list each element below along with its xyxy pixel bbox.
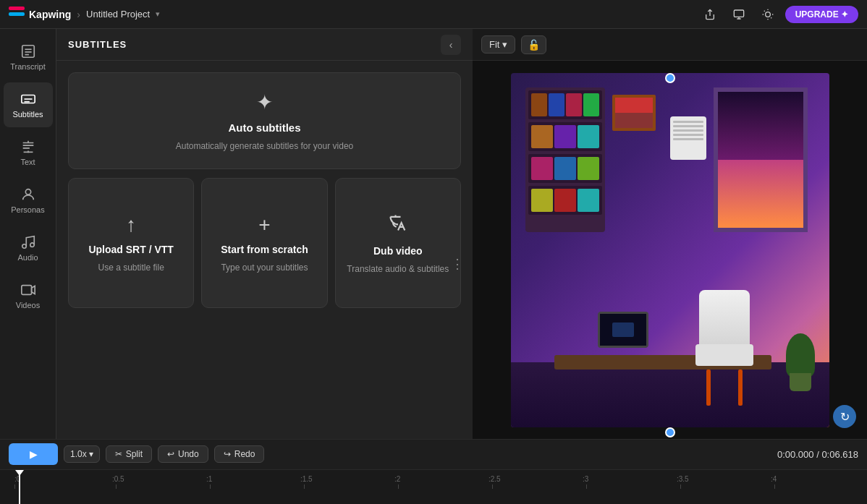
sidebar-item-text-label: Text [20, 158, 35, 166]
lock-button[interactable]: 🔓 [521, 35, 546, 54]
undo-icon: ↩ [167, 449, 174, 459]
icon-sidebar: Transcript Subtitles Text Person [0, 29, 56, 439]
dub-video-desc: Translate audio & subtitles [347, 264, 449, 274]
video-preview [511, 73, 829, 427]
speed-button[interactable]: 1.0x ▾ [64, 445, 100, 463]
ruler-mark-4: :2 [394, 475, 400, 483]
ruler-tick-5 [492, 484, 493, 489]
ruler-tick-0 [14, 484, 15, 489]
scratch-desc: Type out your subtitles [221, 262, 308, 273]
current-time: 0:00.000 [777, 449, 814, 460]
timeline-area: ▶ 1.0x ▾ ✂ Split ↩ Undo ↪ Redo 0:00.000 … [0, 439, 867, 504]
wall-calendar [670, 116, 706, 160]
sidebar-item-personas-label: Personas [11, 205, 44, 214]
video-canvas[interactable]: ↻ [473, 61, 867, 439]
refresh-button[interactable]: ↻ [833, 405, 856, 428]
sidebar-item-audio[interactable]: Audio [4, 226, 53, 270]
scratch-title: Start from scratch [221, 244, 308, 255]
personas-icon [20, 187, 36, 202]
undo-button[interactable]: ↩ Undo [158, 445, 208, 463]
video-toolbar: Fit ▾ 🔓 [473, 29, 867, 61]
project-title[interactable]: Untitled Project [86, 9, 150, 20]
text-icon [20, 139, 36, 155]
main-area: Transcript Subtitles Text Person [0, 29, 867, 439]
kapwing-logo [9, 7, 25, 22]
timeline-controls: ▶ 1.0x ▾ ✂ Split ↩ Undo ↪ Redo 0:00.000 … [0, 440, 867, 470]
total-time: 0:06.618 [821, 449, 858, 460]
dub-video-card[interactable]: Dub video Translate audio & subtitles [335, 178, 461, 308]
ruler-tick-4 [398, 484, 399, 489]
playhead-head [15, 470, 24, 476]
redo-button[interactable]: ↪ Redo [214, 445, 265, 463]
sidebar-item-subtitles-label: Subtitles [12, 110, 43, 119]
transcript-icon [20, 43, 36, 59]
scratch-card[interactable]: + Start from scratch Type out your subti… [201, 178, 327, 308]
fit-dropdown-button[interactable]: Fit ▾ [481, 35, 515, 54]
svg-rect-8 [22, 46, 34, 58]
ruler-tick-6 [586, 484, 587, 489]
svg-rect-0 [734, 10, 743, 17]
video-area: Fit ▾ 🔓 [473, 29, 867, 439]
upgrade-button[interactable]: UPGRADE ✦ [785, 6, 858, 23]
ruler-mark-7: :3.5 [677, 475, 689, 483]
redo-icon: ↪ [224, 449, 231, 459]
bookshelf [525, 87, 605, 232]
redo-label: Redo [234, 449, 255, 459]
sidebar-item-audio-label: Audio [17, 253, 38, 262]
sidebar-item-videos[interactable]: Videos [4, 273, 53, 318]
play-icon: ▶ [30, 448, 38, 460]
ruler-mark-8: :4 [771, 475, 777, 483]
split-button[interactable]: ✂ Split [106, 445, 152, 463]
logo-area: Kapwing [9, 7, 71, 22]
plus-icon: + [258, 213, 270, 236]
collapse-panel-button[interactable]: ‹ [441, 35, 461, 55]
sidebar-item-subtitles[interactable]: Subtitles [4, 82, 53, 127]
split-label: Split [126, 449, 143, 459]
project-dropdown-icon[interactable]: ▾ [156, 9, 160, 19]
monitor [598, 312, 648, 348]
sidebar-item-text[interactable]: Text [4, 130, 53, 175]
sidebar-item-personas[interactable]: Personas [4, 178, 53, 223]
topbar: Kapwing › Untitled Project ▾ UPGRADE ✦ [0, 0, 867, 29]
ruler-mark-5: :2.5 [489, 475, 501, 483]
ruler-tick-2 [210, 484, 211, 489]
sparkle-icon: ✦ [256, 90, 273, 114]
playhead[interactable] [19, 470, 20, 505]
split-icon: ✂ [115, 449, 122, 459]
picture-frame [612, 95, 656, 131]
sidebar-item-transcript-label: Transcript [10, 62, 46, 71]
resize-handle-bottom[interactable] [665, 427, 675, 437]
auto-subtitles-card[interactable]: ✦ Auto subtitles Automatically generate … [68, 72, 461, 169]
translate-icon [388, 213, 408, 238]
subtitles-icon [20, 91, 36, 107]
plant [786, 333, 815, 391]
ruler-tick-8 [774, 484, 775, 489]
svg-rect-19 [21, 286, 31, 295]
ruler-tick-3 [304, 484, 305, 489]
subtitles-panel-title: SUBTITLES [68, 39, 127, 50]
timeline-ruler[interactable]: :0 :0.5 :1 :1.5 :2 :2.5 :3 :3.5 :4 [0, 470, 867, 505]
share-button[interactable] [698, 3, 722, 26]
sidebar-item-transcript[interactable]: Transcript [4, 35, 53, 80]
upload-srt-title: Upload SRT / VTT [88, 244, 173, 255]
ruler-track: :0 :0.5 :1 :1.5 :2 :2.5 :3 :3.5 :4 [0, 474, 867, 484]
subtitles-panel: SUBTITLES ‹ ✦ Auto subtitles Automatical… [56, 29, 473, 439]
resize-handle-top[interactable] [665, 73, 675, 83]
ruler-mark-6: :3 [583, 475, 588, 483]
undo-label: Undo [178, 449, 199, 459]
svg-line-5 [771, 17, 771, 18]
upload-icon: ↑ [126, 213, 136, 236]
svg-point-1 [765, 12, 770, 17]
preview-button[interactable] [727, 3, 750, 26]
breadcrumb-sep: › [77, 9, 80, 20]
three-dots-menu-button[interactable]: ⋮ [448, 253, 467, 275]
cards-row: ↑ Upload SRT / VTT Use a subtitle file +… [68, 178, 461, 308]
dub-video-title: Dub video [373, 245, 423, 257]
auto-subtitles-title: Auto subtitles [229, 121, 301, 134]
ideas-button[interactable] [756, 3, 779, 26]
play-button[interactable]: ▶ [9, 443, 58, 465]
sidebar-item-videos-label: Videos [16, 301, 40, 309]
ruler-mark-1: :0.5 [112, 475, 124, 483]
app-name: Kapwing [29, 9, 71, 20]
upload-srt-card[interactable]: ↑ Upload SRT / VTT Use a subtitle file [68, 178, 194, 308]
